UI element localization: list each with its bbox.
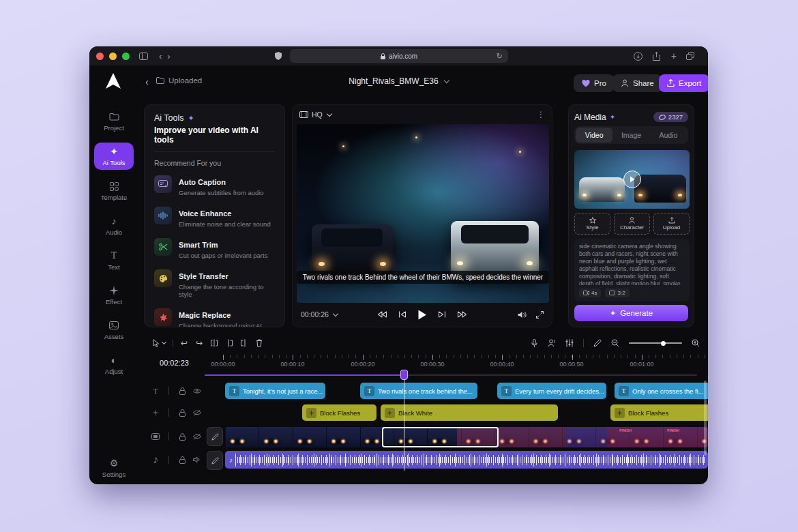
select-tool-button[interactable] <box>149 336 168 350</box>
character-button[interactable]: Character <box>614 213 650 235</box>
effect-clip[interactable]: Black White <box>381 404 558 421</box>
sidebar-toggle-icon[interactable] <box>139 53 148 60</box>
style-button[interactable]: Style <box>574 213 610 235</box>
upload-button[interactable]: Upload <box>653 213 690 235</box>
undo-icon[interactable]: ↩ <box>177 336 191 350</box>
project-title[interactable]: Night_Rivals_BMW_E36 <box>349 76 448 86</box>
tool-voice-enhance[interactable]: Voice EnhanceEliminate noise and clear s… <box>154 207 275 228</box>
ai-media-title: Ai Media <box>574 113 606 122</box>
refresh-icon[interactable]: ↻ <box>497 52 503 61</box>
tab-audio[interactable]: Audio <box>650 128 687 143</box>
timeline-panel: ↩ ↪ 00:02:23 00:00:00 00:00:10 00:00:20 <box>144 333 708 484</box>
sidebar-item-adjust[interactable]: ◐ Adjust <box>94 351 134 379</box>
selected-clip-outline[interactable] <box>382 427 499 447</box>
quality-selector[interactable]: HQ <box>299 110 331 119</box>
text-icon: T <box>111 250 117 261</box>
sidebar-item-label: Effect <box>106 298 122 306</box>
sidebar-item-label: Audio <box>106 228 122 236</box>
aspect-ratio-chip[interactable]: 3:2 <box>605 289 629 297</box>
share-page-icon[interactable] <box>653 52 660 61</box>
visibility-icon[interactable] <box>192 386 202 396</box>
sidebar-item-effect[interactable]: Effect <box>94 282 134 309</box>
preview-menu-icon[interactable]: ⋮ <box>537 110 545 119</box>
back-icon[interactable]: ‹ <box>145 76 149 87</box>
visibility-off-icon[interactable] <box>192 408 202 417</box>
caption-overlay[interactable]: Two rivals one track Behind the wheel of… <box>297 271 549 284</box>
play-button[interactable] <box>418 310 427 320</box>
chevron-down-icon <box>443 77 449 83</box>
breadcrumb[interactable]: Uploaded <box>156 76 202 85</box>
sidebar-item-settings[interactable]: ⚙ Settings <box>94 454 134 482</box>
generate-button[interactable]: ✦ Generate <box>574 305 688 321</box>
tool-magic-replace[interactable]: Magic ReplaceChange background using AI <box>154 308 275 327</box>
rewind-icon[interactable] <box>378 311 387 318</box>
speaker-icon[interactable] <box>192 455 202 464</box>
new-tab-icon[interactable]: + <box>671 51 677 61</box>
current-time-selector[interactable]: 00:00:26 <box>301 310 338 319</box>
sidebar-item-audio[interactable]: ♪ Audio <box>94 212 134 239</box>
lock-icon[interactable] <box>177 386 187 396</box>
effect-icon <box>109 285 119 296</box>
sidebar-item-ai-tools[interactable]: ✦ Ai Tools <box>94 143 134 170</box>
shield-icon[interactable] <box>275 52 282 60</box>
effect-clip-label: Block Flashes <box>628 409 668 417</box>
window-minimize-button[interactable] <box>109 53 117 60</box>
export-button[interactable]: Export <box>659 74 708 92</box>
prompt-text[interactable]: side cinematic camera angle showing both… <box>579 243 685 285</box>
credits-badge[interactable]: 2327 <box>653 112 688 122</box>
fullscreen-icon[interactable] <box>536 311 544 319</box>
text-clip[interactable]: TTwo rivals one track behind the... <box>360 383 477 399</box>
browser-back-icon[interactable]: ‹ <box>159 52 162 61</box>
tool-style-transfer[interactable]: Style TransferChange the tone according … <box>154 269 275 298</box>
next-frame-icon[interactable] <box>439 311 446 318</box>
video-clip-strip[interactable]: FINISH FINISH <box>225 427 708 447</box>
playhead-handle[interactable] <box>400 370 408 380</box>
tool-name: Magic Replace <box>179 311 231 319</box>
browser-forward-icon[interactable]: › <box>167 52 170 61</box>
media-thumbnail[interactable] <box>574 150 690 209</box>
visibility-off-icon[interactable] <box>192 432 202 441</box>
window-zoom-button[interactable] <box>122 53 130 60</box>
tool-smart-trim[interactable]: Smart TrimCut out gaps or irrelevant par… <box>154 238 275 259</box>
previous-frame-icon[interactable] <box>399 311 407 318</box>
tab-overview-icon[interactable] <box>686 52 694 60</box>
downloads-icon[interactable] <box>634 52 642 61</box>
redo-icon[interactable]: ↪ <box>192 336 206 350</box>
strip-tint-purple <box>566 427 607 447</box>
tool-auto-caption[interactable]: Auto CaptionGenerate subtitles from audi… <box>154 175 275 196</box>
prompt-card[interactable]: side cinematic camera angle showing both… <box>574 239 690 301</box>
playhead-line[interactable] <box>404 370 404 471</box>
fast-forward-icon[interactable] <box>458 311 467 318</box>
car-left <box>312 224 392 278</box>
audio-edit-pencil[interactable] <box>207 451 223 470</box>
volume-icon[interactable] <box>518 311 527 319</box>
lock-icon[interactable] <box>177 455 187 464</box>
url-bar[interactable]: aivio.com ↻ <box>290 49 508 63</box>
share-button[interactable]: Share <box>612 74 662 92</box>
window-close-button[interactable] <box>96 53 104 60</box>
effect-clip-icon <box>615 408 625 418</box>
sidebar-item-project[interactable]: Project <box>94 108 134 135</box>
tab-image[interactable]: Image <box>612 128 649 143</box>
audio-clip[interactable]: ♪ <box>225 451 708 469</box>
video-preview-frame[interactable]: Two rivals one track Behind the wheel of… <box>297 124 549 303</box>
sidebar-item-template[interactable]: Template <box>94 177 134 205</box>
video-edit-pencil[interactable] <box>207 427 223 446</box>
track-content: TTonight, it's not just a race... TTwo r… <box>205 333 708 484</box>
sidebar-item-assets[interactable]: Assets <box>94 316 134 344</box>
ai-tools-panel: Ai Tools ✦ Improve your video with AI to… <box>144 104 285 327</box>
sidebar-item-text[interactable]: T Text <box>94 247 134 274</box>
export-button-label: Export <box>679 79 701 87</box>
text-clip[interactable]: TOnly one crosses the fi... <box>615 383 708 399</box>
pro-button[interactable]: Pro <box>574 74 615 92</box>
text-clip[interactable]: TTonight, it's not just a race... <box>225 383 325 399</box>
lock-icon[interactable] <box>177 432 187 441</box>
play-overlay-icon[interactable] <box>623 171 641 188</box>
text-clip[interactable]: TEvery turn every drift decides... <box>497 383 606 399</box>
lock-icon[interactable] <box>177 408 187 417</box>
effect-clip[interactable]: Block Flashes <box>610 404 708 421</box>
duration-chip[interactable]: 4s <box>579 289 601 297</box>
tab-video[interactable]: Video <box>576 128 612 143</box>
effect-clip[interactable]: Block Flashes <box>302 404 376 421</box>
timeline-scrollbar[interactable] <box>704 381 707 456</box>
